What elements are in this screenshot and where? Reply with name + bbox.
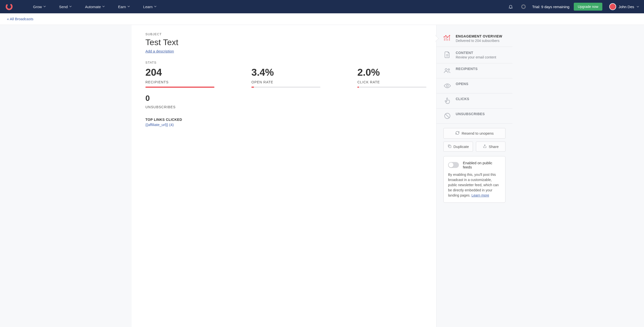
- progress-bar: [146, 87, 214, 88]
- svg-point-4: [447, 37, 448, 38]
- stat-label: CLICK RATE: [357, 80, 426, 84]
- stat-label: OPEN RATE: [252, 80, 320, 84]
- sidebar-item-title: RECIPIENTS: [456, 67, 478, 71]
- nav-grow[interactable]: Grow: [28, 3, 51, 11]
- subnav: « All Broadcasts: [0, 13, 644, 25]
- sidebar-item-content[interactable]: CONTENT Review your email content: [436, 47, 512, 63]
- user-name: John Des: [618, 5, 634, 9]
- public-feed-box: Enabled on public feeds By enabling this…: [444, 156, 506, 203]
- logo[interactable]: [5, 3, 13, 11]
- top-nav: Grow Send Automate Earn Learn Trial: 9 d…: [0, 0, 644, 13]
- top-links-heading: TOP LINKS CLICKED: [146, 118, 426, 122]
- main-content: SUBJECT Test Text Add a description STAT…: [132, 25, 436, 327]
- duplicate-button[interactable]: Duplicate: [444, 142, 473, 152]
- stat-value: 0: [146, 94, 426, 103]
- subject-label: SUBJECT: [146, 32, 426, 36]
- stat-label: RECIPIENTS: [146, 80, 214, 84]
- sidebar-item-title: ENGAGEMENT OVERVIEW: [456, 34, 502, 38]
- copy-icon: [448, 144, 452, 149]
- stat-open-rate: 3.4% OPEN RATE: [252, 67, 320, 88]
- nav-automate[interactable]: Automate: [80, 3, 110, 11]
- stat-click-rate: 2.0% CLICK RATE: [357, 67, 426, 88]
- public-feed-label: Enabled on public feeds: [463, 161, 501, 169]
- learn-more-link[interactable]: Learn more: [472, 193, 489, 197]
- svg-point-7: [448, 69, 450, 70]
- svg-point-5: [449, 35, 450, 36]
- sidebar-item-title: OPENS: [456, 82, 468, 86]
- back-link[interactable]: « All Broadcasts: [7, 17, 34, 21]
- notifications-icon[interactable]: [506, 3, 515, 11]
- page-title: Test Text: [146, 38, 426, 47]
- svg-point-1: [522, 5, 526, 9]
- svg-point-3: [446, 36, 446, 36]
- progress-bar: [252, 87, 320, 88]
- chevron-down-icon: [44, 5, 46, 8]
- sidebar-item-unsubscribes[interactable]: UNSUBSCRIBES: [436, 109, 512, 124]
- sidebar-item-opens[interactable]: OPENS: [436, 78, 512, 94]
- refresh-icon: [455, 131, 460, 136]
- sidebar-item-title: UNSUBSCRIBES: [456, 112, 485, 116]
- document-icon: [444, 51, 451, 59]
- chevron-down-icon: [102, 5, 105, 8]
- resend-button[interactable]: Resend to unopens: [444, 128, 506, 139]
- svg-point-8: [446, 85, 448, 87]
- svg-rect-10: [449, 146, 451, 148]
- chevron-down-icon: [636, 6, 639, 8]
- share-button[interactable]: Share: [476, 142, 506, 152]
- trial-status: Trial: 9 days remaining: [532, 5, 569, 9]
- stat-unsubscribes: 0 UNSUBSCRIBES: [146, 94, 426, 109]
- nav-send[interactable]: Send: [54, 3, 77, 11]
- progress-bar: [357, 87, 426, 88]
- ban-icon: [444, 112, 451, 120]
- public-feed-toggle[interactable]: [448, 162, 459, 168]
- chevron-down-icon: [69, 5, 72, 8]
- status-ring-icon[interactable]: [519, 3, 528, 11]
- stat-value: 3.4%: [252, 67, 320, 78]
- sidebar-item-engagement-overview[interactable]: ENGAGEMENT OVERVIEW Delivered to 204 sub…: [436, 30, 512, 47]
- eye-icon: [444, 82, 451, 90]
- stat-recipients: 204 RECIPIENTS: [146, 67, 214, 88]
- pointer-icon: [444, 97, 451, 105]
- sidebar-item-title: CLICKS: [456, 97, 469, 101]
- nav-learn[interactable]: Learn: [138, 3, 162, 11]
- chevron-down-icon: [128, 5, 130, 8]
- svg-point-2: [444, 37, 444, 38]
- nav-earn[interactable]: Earn: [113, 3, 135, 11]
- svg-point-6: [445, 69, 447, 71]
- nav-menu: Grow Send Automate Earn Learn: [28, 3, 162, 11]
- svg-point-0: [6, 3, 13, 10]
- stat-label: UNSUBSCRIBES: [146, 105, 426, 109]
- upgrade-button[interactable]: Upgrade now: [574, 3, 602, 11]
- sidebar-item-title: CONTENT: [456, 51, 496, 55]
- public-feed-description: By enabling this, you'll post this broad…: [448, 172, 501, 198]
- share-icon: [483, 144, 487, 149]
- sidebar-item-recipients[interactable]: RECIPIENTS: [436, 63, 512, 78]
- top-link-item[interactable]: {{affiliate_url}} (4): [146, 123, 426, 127]
- user-menu[interactable]: John Des: [607, 3, 639, 10]
- add-description-link[interactable]: Add a description: [146, 49, 174, 53]
- stat-value: 2.0%: [357, 67, 426, 78]
- stat-value: 204: [146, 67, 214, 78]
- sidebar-item-clicks[interactable]: CLICKS: [436, 94, 512, 109]
- stats-label: STATS: [146, 61, 426, 64]
- sidebar: ENGAGEMENT OVERVIEW Delivered to 204 sub…: [436, 25, 512, 327]
- sidebar-item-subtitle: Delivered to 204 subscribers: [456, 39, 502, 43]
- chart-icon: [444, 34, 451, 42]
- avatar: [609, 3, 616, 10]
- chevron-down-icon: [154, 5, 157, 8]
- people-icon: [444, 67, 451, 75]
- sidebar-item-subtitle: Review your email content: [456, 55, 496, 59]
